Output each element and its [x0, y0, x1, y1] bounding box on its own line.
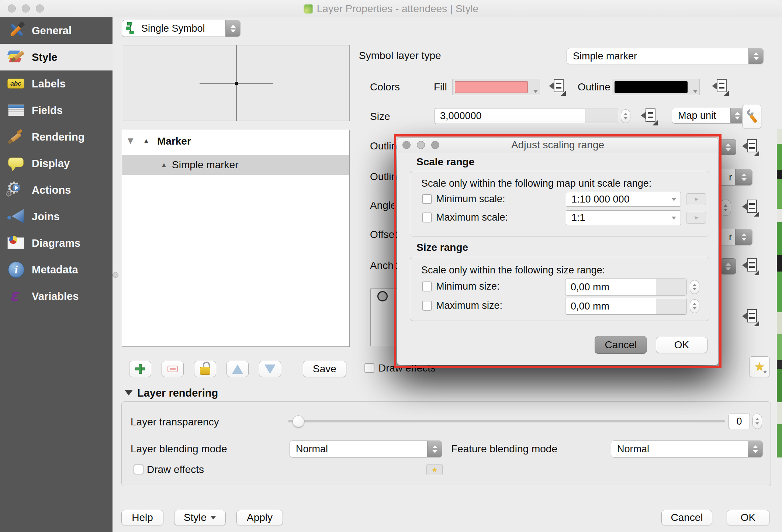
lock-icon [200, 362, 211, 376]
sidebar-item-metadata[interactable]: i Metadata [0, 256, 113, 283]
symbol-effects-button[interactable]: ★ ★ [750, 356, 769, 377]
outline-style-data-defined-button[interactable] [742, 139, 759, 156]
adjust-scaling-range-button[interactable] [742, 105, 761, 128]
size-label: Size [370, 111, 390, 122]
dialog-ok-button[interactable]: OK [656, 337, 707, 353]
size-unit-arrows[interactable] [730, 108, 744, 123]
maximum-size-stepper[interactable] [690, 299, 699, 313]
sidebar-item-rendering[interactable]: Rendering [0, 124, 113, 150]
angle-data-defined-button[interactable] [742, 200, 759, 217]
renderer-select-arrows[interactable] [225, 20, 240, 37]
add-symbol-layer-button[interactable] [129, 361, 151, 377]
offset-unit-arrows[interactable] [735, 229, 752, 245]
anchor-data-defined-button[interactable] [742, 258, 759, 275]
sidebar-item-variables[interactable]: ε Variables [0, 283, 113, 310]
minimum-scale-checkbox[interactable] [422, 194, 432, 204]
maximum-size-input[interactable]: 0,00 mm [565, 298, 687, 315]
sidebar-item-labels[interactable]: abc Labels [0, 70, 113, 97]
maximum-scale-checkbox[interactable] [422, 213, 432, 222]
minimum-scale-combo[interactable]: 1:10 000 000 [566, 192, 681, 207]
splitter-handle[interactable] [113, 272, 118, 278]
sidebar-item-joins[interactable]: Joins [0, 203, 113, 230]
dialog-titlebar[interactable]: Adjust scaling range [397, 138, 718, 152]
renderer-select[interactable]: Single Symbol [122, 20, 241, 37]
move-layer-up-button[interactable] [226, 361, 249, 377]
symbol-layer-type-arrows[interactable] [748, 48, 763, 64]
layer-rendering-collapse-icon[interactable] [125, 390, 133, 395]
angle-stepper[interactable] [720, 200, 731, 216]
feature-blending-arrows[interactable] [748, 441, 762, 457]
save-symbol-button[interactable]: Save [303, 361, 346, 377]
ok-button[interactable]: OK [727, 510, 769, 525]
size-input[interactable]: 3,000000 [435, 108, 619, 124]
sidebar-item-diagrams[interactable]: Diagrams [0, 230, 113, 256]
style-menu-button[interactable]: Style [174, 510, 226, 525]
layer-draw-effects-checkbox[interactable] [134, 464, 143, 474]
symbol-draw-effects-checkbox[interactable] [364, 363, 374, 373]
dialog-cancel-button[interactable]: Cancel [595, 336, 647, 354]
table-icon [7, 101, 25, 119]
transparency-stepper[interactable] [752, 414, 762, 429]
sidebar-item-style[interactable]: Style [0, 44, 113, 70]
maximum-scale-label: Maximum scale: [436, 212, 508, 223]
scale-range-hint: Scale only within the following map unit… [421, 178, 651, 189]
colors-label: Colors [370, 81, 400, 93]
transparency-value-input[interactable]: 0 [729, 414, 750, 429]
anchor2-data-defined-button[interactable] [742, 309, 759, 326]
outline-width-label: Outlin [370, 171, 397, 183]
layer-blending-select[interactable]: Normal [290, 441, 442, 457]
minimum-size-stepper[interactable] [690, 280, 699, 294]
maximum-size-checkbox[interactable] [422, 301, 432, 311]
symbol-preview [122, 45, 350, 121]
sidebar-item-actions[interactable]: ⚙⚙ Actions [0, 177, 113, 203]
maximum-scale-dropdown-icon[interactable] [672, 217, 676, 220]
maximum-scale-combo[interactable]: 1:1 [566, 210, 681, 225]
size-stepper[interactable] [621, 109, 630, 123]
sidebar-item-general[interactable]: General [0, 17, 113, 44]
layer-blending-arrows[interactable] [427, 441, 442, 457]
outline-data-defined-button[interactable] [712, 79, 729, 96]
tools-icon [7, 22, 25, 39]
maximum-scale-picker-button[interactable]: ➤ [686, 212, 706, 224]
outline-color-swatch [615, 81, 688, 93]
wrench-icon [746, 109, 757, 124]
outline-style-select-arrows[interactable] [720, 139, 736, 155]
plus-icon [135, 364, 145, 374]
symbol-layer-type-select[interactable]: Simple marker [567, 48, 764, 64]
fill-data-defined-button[interactable] [549, 79, 566, 96]
outline-color-dropdown-icon[interactable] [693, 90, 698, 93]
transparency-slider-track[interactable] [288, 420, 725, 422]
transparency-slider-knob[interactable] [293, 415, 304, 427]
cancel-button[interactable]: Cancel [661, 510, 712, 525]
outline-color-button[interactable] [612, 79, 700, 95]
window-title: Layer Properties - attendees | Style [317, 3, 478, 15]
remove-symbol-layer-button[interactable] [162, 361, 184, 377]
sidebar-item-display[interactable]: Display [0, 150, 113, 177]
size-range-hint: Scale only within the following size ran… [421, 265, 605, 276]
apply-button[interactable]: Apply [236, 510, 283, 525]
fill-color-button[interactable] [452, 79, 540, 95]
move-layer-down-button[interactable] [259, 361, 281, 377]
anchor-select-arrows[interactable] [720, 258, 736, 274]
minimum-size-input[interactable]: 0,00 mm [565, 279, 687, 296]
offset-label: Offset [370, 229, 397, 241]
size-data-defined-button[interactable] [641, 108, 658, 125]
minimum-scale-dropdown-icon[interactable] [672, 198, 676, 201]
tree-item-simple-marker[interactable]: ▲ Simple marker [122, 155, 349, 175]
minimum-scale-picker-button[interactable]: ➤ [686, 193, 706, 205]
gears-action-icon: ⚙⚙ [7, 181, 25, 199]
layer-effects-button[interactable]: ★ [426, 464, 443, 475]
lock-layer-button[interactable] [194, 361, 216, 377]
minimum-size-checkbox[interactable] [422, 281, 432, 291]
single-symbol-icon [125, 22, 138, 35]
fill-color-dropdown-icon[interactable] [533, 90, 538, 93]
up-arrow-icon [232, 365, 243, 374]
layer-blending-label: Layer blending mode [131, 443, 227, 455]
size-unit-select[interactable]: Map unit [672, 108, 744, 124]
small-star-icon: ★ [432, 466, 437, 473]
tree-item-marker[interactable]: ▼ ▲ Marker [122, 130, 349, 152]
help-button[interactable]: Help [121, 510, 163, 525]
sidebar-item-fields[interactable]: Fields [0, 97, 113, 124]
feature-blending-select[interactable]: Normal [611, 441, 763, 457]
outline-width-unit-arrows[interactable] [735, 169, 752, 185]
